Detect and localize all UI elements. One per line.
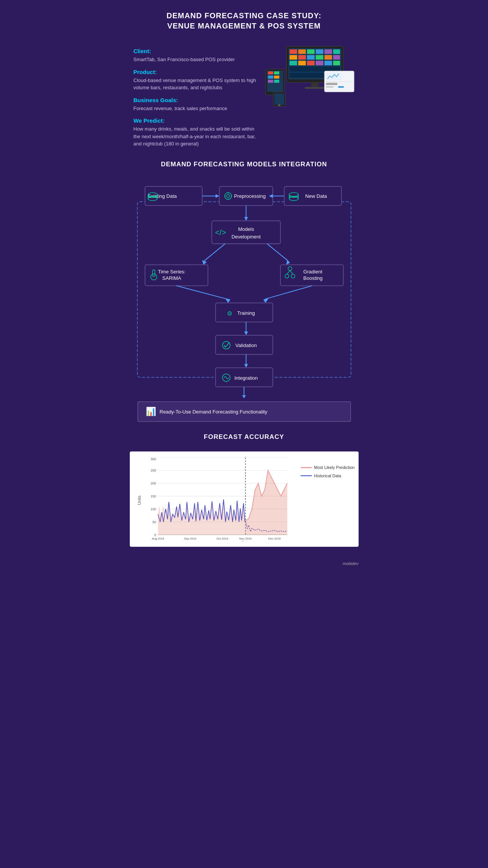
svg-rect-33	[274, 93, 284, 105]
footer: mobidev	[122, 558, 366, 572]
chart-legend: Most Likely Prediction Historical Data	[297, 458, 355, 543]
svg-marker-98	[242, 395, 246, 398]
svg-marker-64	[244, 217, 248, 221]
page-title: DEMAND FORECASTING CASE STUDY:VENUE MANA…	[137, 11, 351, 31]
svg-text:100: 100	[150, 507, 156, 511]
chart-svg-container: 0 50 100 150 200 250 300 Aug 2019 Sep	[146, 458, 294, 543]
chart-svg: 0 50 100 150 200 250 300 Aug 2019 Sep	[146, 458, 294, 541]
svg-rect-16	[307, 61, 315, 65]
svg-text:300: 300	[150, 458, 156, 461]
svg-rect-15	[298, 61, 306, 65]
integration-label: Integration	[234, 375, 258, 380]
svg-text:Development: Development	[231, 234, 261, 239]
svg-marker-90	[244, 331, 248, 335]
product-text: Cloud-based venue management & POS syste…	[134, 77, 256, 92]
pos-image-container	[264, 43, 355, 109]
svg-rect-19	[333, 61, 340, 65]
svg-rect-7	[333, 49, 340, 54]
brand-label: mobidev	[343, 561, 359, 566]
new-data-label: New Data	[305, 193, 327, 199]
svg-line-83	[176, 286, 227, 299]
svg-rect-13	[333, 55, 340, 60]
svg-text:0: 0	[154, 533, 156, 537]
y-axis-label-wrapper: Units	[136, 458, 143, 543]
chart-area: Units	[136, 458, 355, 543]
models-section-title: DEMAND FORECASTING MODELS INTEGRATION	[134, 161, 355, 168]
gradient-boosting-label: Gradient	[303, 269, 322, 275]
svg-rect-27	[274, 71, 279, 74]
info-left: Client: SmartTab, San Francisco-based PO…	[134, 43, 264, 149]
svg-rect-26	[268, 71, 273, 74]
svg-text:SARIMA: SARIMA	[162, 275, 181, 281]
page-wrapper: DEMAND FORECASTING CASE STUDY:VENUE MANA…	[122, 0, 366, 572]
models-section: DEMAND FORECASTING MODELS INTEGRATION Ex…	[122, 149, 366, 426]
svg-marker-94	[244, 364, 248, 368]
business-goals-text: Forecast revenue, track sales performanc…	[134, 105, 256, 112]
validation-label: Validation	[235, 342, 257, 348]
svg-text:Today: Today	[242, 541, 249, 541]
svg-rect-11	[316, 55, 323, 60]
svg-line-85	[265, 286, 312, 299]
svg-rect-22	[311, 82, 319, 87]
svg-line-70	[267, 243, 288, 260]
svg-rect-17	[316, 61, 323, 65]
forecast-title: FORECAST ACCURACY	[130, 433, 359, 441]
svg-rect-40	[338, 86, 344, 88]
svg-marker-84	[225, 298, 230, 303]
svg-rect-30	[268, 80, 273, 83]
training-label: Training	[237, 310, 255, 316]
svg-rect-2	[290, 49, 297, 54]
svg-line-68	[204, 243, 225, 260]
svg-text:200: 200	[150, 482, 156, 486]
forecast-section: FORECAST ACCURACY Units	[122, 426, 366, 558]
y-axis-label: Units	[137, 496, 142, 505]
business-goals-label: Business Goals:	[134, 97, 256, 103]
client-text: SmartTab, San Francisco-based POS provid…	[134, 56, 256, 63]
svg-text:Oct 2019: Oct 2019	[216, 537, 228, 541]
models-dev-label: Models	[238, 226, 254, 232]
svg-rect-39	[326, 86, 334, 88]
svg-rect-31	[274, 80, 279, 83]
svg-text:50: 50	[152, 520, 156, 524]
client-label: Client:	[134, 48, 256, 54]
info-section: Client: SmartTab, San Francisco-based PO…	[122, 39, 366, 149]
svg-text:⚙: ⚙	[227, 309, 232, 316]
legend-historical: Historical Data	[301, 473, 355, 478]
ready-icon: 📊	[146, 407, 156, 417]
legend-prediction: Most Likely Prediction	[301, 465, 355, 470]
svg-point-34	[278, 104, 280, 106]
svg-rect-3	[298, 49, 306, 54]
svg-text:Nov 2019: Nov 2019	[239, 537, 252, 541]
legend-historical-label: Historical Data	[314, 473, 342, 478]
svg-marker-86	[263, 298, 268, 303]
svg-rect-6	[324, 49, 332, 54]
svg-rect-8	[290, 55, 297, 60]
flow-diagram-svg: Existing Data Preprocessing	[134, 179, 355, 393]
svg-rect-28	[268, 76, 273, 79]
svg-rect-14	[290, 61, 297, 65]
svg-text:250: 250	[150, 469, 156, 473]
svg-rect-5	[316, 49, 323, 54]
ready-box: 📊 Ready-To-Use Demand Forecasting Functi…	[137, 401, 351, 422]
preprocessing-label: Preprocessing	[234, 193, 265, 199]
flow-diagram: Existing Data Preprocessing	[134, 179, 355, 422]
pos-image	[264, 43, 355, 107]
svg-rect-9	[298, 55, 306, 60]
svg-text:Dec 2019: Dec 2019	[268, 537, 280, 541]
time-series-label: Time Series:	[158, 269, 186, 275]
svg-text:Aug 2019: Aug 2019	[151, 537, 164, 541]
legend-historical-line	[301, 475, 312, 476]
we-predict-label: We Predict:	[134, 117, 256, 124]
svg-rect-10	[307, 55, 315, 60]
svg-text:Sep 2019: Sep 2019	[184, 537, 196, 541]
svg-rect-12	[324, 55, 332, 60]
svg-rect-23	[305, 87, 325, 89]
svg-text:Boosting: Boosting	[303, 275, 323, 281]
chart-container: Units	[130, 451, 359, 546]
svg-text:</>: </>	[215, 228, 226, 236]
svg-rect-38	[326, 83, 337, 85]
legend-prediction-line	[301, 467, 312, 468]
svg-text:150: 150	[150, 495, 156, 499]
ready-label: Ready-To-Use Demand Forecasting Function…	[160, 409, 268, 415]
svg-rect-4	[307, 49, 315, 54]
